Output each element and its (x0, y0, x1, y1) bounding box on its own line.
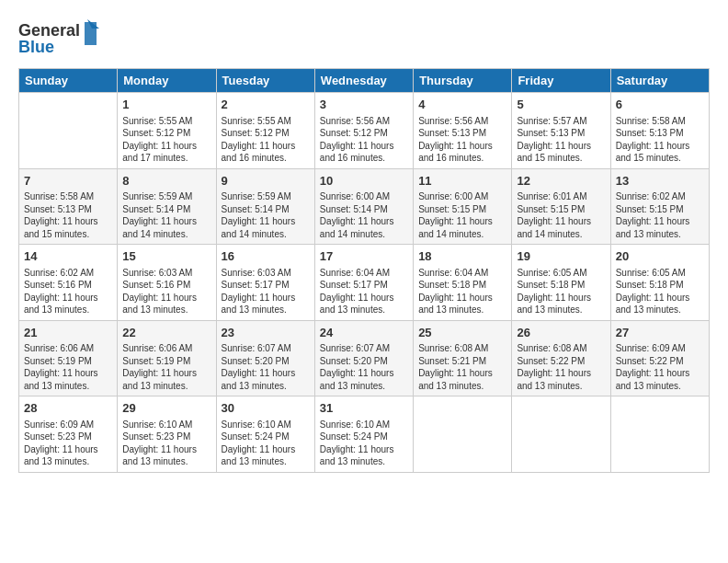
day-number: 18 (418, 248, 506, 265)
calendar-cell: 15Sunrise: 6:03 AM Sunset: 5:16 PM Dayli… (118, 245, 216, 321)
calendar-cell: 16Sunrise: 6:03 AM Sunset: 5:17 PM Dayli… (216, 245, 314, 321)
logo-text: General Blue (18, 17, 106, 63)
day-number: 2 (222, 97, 310, 113)
day-info: Sunrise: 6:08 AM Sunset: 5:21 PM Dayligh… (418, 342, 506, 392)
header-cell-sunday: Sunday (19, 69, 118, 93)
day-number: 27 (616, 325, 704, 341)
calendar-cell: 13Sunrise: 6:02 AM Sunset: 5:15 PM Dayli… (610, 168, 709, 245)
day-info: Sunrise: 5:56 AM Sunset: 5:13 PM Dayligh… (418, 115, 506, 165)
day-info: Sunrise: 5:57 AM Sunset: 5:13 PM Dayligh… (517, 115, 605, 165)
day-number: 1 (122, 97, 210, 113)
day-number: 15 (122, 248, 210, 265)
day-number: 4 (418, 97, 506, 113)
day-number: 7 (24, 173, 112, 190)
day-info: Sunrise: 6:00 AM Sunset: 5:15 PM Dayligh… (418, 190, 506, 240)
svg-text:Blue: Blue (18, 38, 54, 56)
calendar-cell: 6Sunrise: 5:58 AM Sunset: 5:13 PM Daylig… (610, 93, 709, 169)
calendar-cell (414, 396, 512, 473)
day-info: Sunrise: 6:06 AM Sunset: 5:19 PM Dayligh… (24, 342, 112, 392)
calendar-cell: 10Sunrise: 6:00 AM Sunset: 5:14 PM Dayli… (314, 168, 413, 245)
day-info: Sunrise: 6:10 AM Sunset: 5:23 PM Dayligh… (122, 419, 210, 468)
day-info: Sunrise: 6:09 AM Sunset: 5:23 PM Dayligh… (24, 419, 112, 468)
day-number: 26 (517, 325, 605, 341)
day-info: Sunrise: 6:01 AM Sunset: 5:15 PM Dayligh… (517, 190, 605, 240)
day-number: 23 (222, 325, 310, 341)
calendar-cell: 29Sunrise: 6:10 AM Sunset: 5:23 PM Dayli… (118, 396, 216, 473)
day-number: 3 (320, 97, 408, 113)
calendar-cell: 4Sunrise: 5:56 AM Sunset: 5:13 PM Daylig… (414, 93, 512, 169)
calendar-cell: 19Sunrise: 6:05 AM Sunset: 5:18 PM Dayli… (512, 245, 610, 321)
calendar-cell: 25Sunrise: 6:08 AM Sunset: 5:21 PM Dayli… (414, 320, 512, 396)
header-cell-wednesday: Wednesday (314, 69, 413, 93)
day-info: Sunrise: 6:04 AM Sunset: 5:18 PM Dayligh… (418, 267, 506, 316)
day-info: Sunrise: 5:58 AM Sunset: 5:13 PM Dayligh… (24, 190, 112, 240)
calendar-cell: 26Sunrise: 6:08 AM Sunset: 5:22 PM Dayli… (512, 320, 610, 396)
header-row: SundayMondayTuesdayWednesdayThursdayFrid… (19, 69, 710, 93)
calendar-body: 1Sunrise: 5:55 AM Sunset: 5:12 PM Daylig… (19, 93, 710, 473)
day-number: 14 (24, 248, 112, 265)
calendar-week-2: 7Sunrise: 5:58 AM Sunset: 5:13 PM Daylig… (19, 168, 710, 245)
day-info: Sunrise: 6:08 AM Sunset: 5:22 PM Dayligh… (517, 342, 605, 392)
calendar-cell: 14Sunrise: 6:02 AM Sunset: 5:16 PM Dayli… (19, 245, 118, 321)
day-number: 19 (517, 248, 605, 265)
day-number: 24 (320, 325, 408, 341)
day-number: 30 (222, 400, 310, 417)
day-number: 17 (320, 248, 408, 265)
calendar-cell: 12Sunrise: 6:01 AM Sunset: 5:15 PM Dayli… (512, 168, 610, 245)
day-info: Sunrise: 6:05 AM Sunset: 5:18 PM Dayligh… (517, 267, 605, 316)
calendar-week-3: 14Sunrise: 6:02 AM Sunset: 5:16 PM Dayli… (19, 245, 710, 321)
day-number: 31 (320, 400, 408, 417)
day-number: 5 (517, 97, 605, 113)
calendar-table: SundayMondayTuesdayWednesdayThursdayFrid… (18, 68, 710, 473)
day-number: 9 (222, 173, 310, 190)
day-number: 25 (418, 325, 506, 341)
day-number: 12 (517, 173, 605, 190)
day-number: 20 (616, 248, 704, 265)
calendar-cell: 18Sunrise: 6:04 AM Sunset: 5:18 PM Dayli… (414, 245, 512, 321)
calendar-cell: 8Sunrise: 5:59 AM Sunset: 5:14 PM Daylig… (118, 168, 216, 245)
day-info: Sunrise: 6:10 AM Sunset: 5:24 PM Dayligh… (222, 419, 310, 468)
calendar-cell: 2Sunrise: 5:55 AM Sunset: 5:12 PM Daylig… (216, 93, 314, 169)
calendar-header: SundayMondayTuesdayWednesdayThursdayFrid… (19, 69, 710, 93)
day-number: 21 (24, 325, 112, 341)
day-number: 22 (122, 325, 210, 341)
day-number: 10 (320, 173, 408, 190)
calendar-cell: 23Sunrise: 6:07 AM Sunset: 5:20 PM Dayli… (216, 320, 314, 396)
day-number: 16 (222, 248, 310, 265)
day-number: 11 (418, 173, 506, 190)
calendar-cell: 21Sunrise: 6:06 AM Sunset: 5:19 PM Dayli… (19, 320, 118, 396)
day-info: Sunrise: 5:55 AM Sunset: 5:12 PM Dayligh… (222, 115, 310, 165)
day-info: Sunrise: 5:58 AM Sunset: 5:13 PM Dayligh… (616, 115, 704, 165)
day-info: Sunrise: 6:10 AM Sunset: 5:24 PM Dayligh… (320, 419, 408, 468)
calendar-cell: 20Sunrise: 6:05 AM Sunset: 5:18 PM Dayli… (610, 245, 709, 321)
day-number: 29 (122, 400, 210, 417)
header-cell-tuesday: Tuesday (216, 69, 314, 93)
header-cell-monday: Monday (118, 69, 216, 93)
calendar-cell: 3Sunrise: 5:56 AM Sunset: 5:12 PM Daylig… (314, 93, 413, 169)
day-info: Sunrise: 6:03 AM Sunset: 5:17 PM Dayligh… (222, 267, 310, 316)
day-number: 28 (24, 400, 112, 417)
calendar-cell: 17Sunrise: 6:04 AM Sunset: 5:17 PM Dayli… (314, 245, 413, 321)
header-cell-thursday: Thursday (414, 69, 512, 93)
page-container: General Blue SundayMondayTuesdayWednesda… (0, 0, 728, 482)
calendar-cell: 7Sunrise: 5:58 AM Sunset: 5:13 PM Daylig… (19, 168, 118, 245)
calendar-week-1: 1Sunrise: 5:55 AM Sunset: 5:12 PM Daylig… (19, 93, 710, 169)
header-cell-saturday: Saturday (610, 69, 709, 93)
day-info: Sunrise: 6:05 AM Sunset: 5:18 PM Dayligh… (616, 267, 704, 316)
calendar-cell: 22Sunrise: 6:06 AM Sunset: 5:19 PM Dayli… (118, 320, 216, 396)
calendar-cell: 9Sunrise: 5:59 AM Sunset: 5:14 PM Daylig… (216, 168, 314, 245)
calendar-cell: 31Sunrise: 6:10 AM Sunset: 5:24 PM Dayli… (314, 396, 413, 473)
day-info: Sunrise: 5:59 AM Sunset: 5:14 PM Dayligh… (222, 190, 310, 240)
day-info: Sunrise: 5:55 AM Sunset: 5:12 PM Dayligh… (122, 115, 210, 165)
day-info: Sunrise: 6:07 AM Sunset: 5:20 PM Dayligh… (222, 342, 310, 392)
day-number: 6 (616, 97, 704, 113)
calendar-cell (512, 396, 610, 473)
calendar-cell (19, 93, 118, 169)
day-info: Sunrise: 5:59 AM Sunset: 5:14 PM Dayligh… (122, 190, 210, 240)
day-info: Sunrise: 6:02 AM Sunset: 5:16 PM Dayligh… (24, 267, 112, 316)
calendar-cell: 24Sunrise: 6:07 AM Sunset: 5:20 PM Dayli… (314, 320, 413, 396)
svg-text:General: General (18, 21, 80, 40)
day-number: 8 (122, 173, 210, 190)
calendar-cell: 30Sunrise: 6:10 AM Sunset: 5:24 PM Dayli… (216, 396, 314, 473)
calendar-week-5: 28Sunrise: 6:09 AM Sunset: 5:23 PM Dayli… (19, 396, 710, 473)
